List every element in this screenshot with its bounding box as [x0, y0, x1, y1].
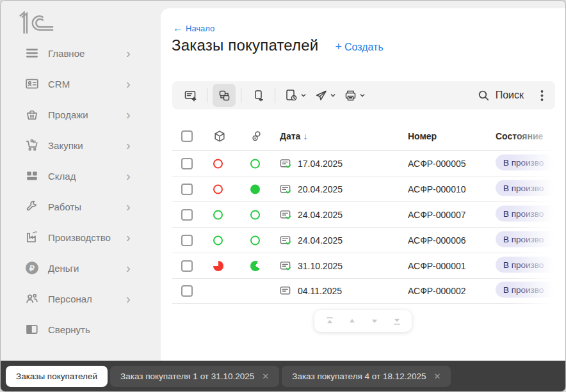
go-last-button[interactable] — [388, 313, 406, 329]
tab-orders-list[interactable]: Заказы покупателей — [6, 366, 108, 387]
sort-desc-icon: ↓ — [303, 131, 307, 141]
order-date: 31.10.2025 — [298, 261, 343, 271]
status-badge: В произво — [496, 205, 566, 221]
order-number: АСФР-000010 — [408, 184, 466, 194]
search-button[interactable]: Поиск — [478, 90, 524, 102]
status-badge: В произво — [496, 180, 566, 196]
column-header-number[interactable]: Номер — [408, 131, 437, 141]
go-down-button[interactable] — [366, 313, 384, 329]
search-icon — [478, 90, 490, 102]
status-badge: В произво — [496, 231, 566, 247]
sidebar-item-label: CRM — [48, 79, 70, 90]
create-based-on-button[interactable] — [213, 84, 236, 107]
document-posted-icon — [280, 260, 291, 272]
chevron-down-icon — [300, 92, 307, 98]
sidebar-item-label: Продажи — [48, 109, 88, 120]
sidebar-item-production[interactable]: Производство › — [1, 222, 161, 253]
payment-status-icon — [250, 235, 260, 245]
chevron-down-icon — [330, 92, 336, 98]
kebab-icon — [540, 90, 544, 102]
sidebar-item-works[interactable]: Работы › — [1, 191, 161, 222]
table-row[interactable]: 20.04.2025 АСФР-000010 В произво — [172, 176, 554, 201]
plus-icon: + — [335, 40, 342, 53]
send-dropdown[interactable] — [311, 84, 340, 107]
chevron-right-icon: › — [126, 47, 131, 59]
go-first-button[interactable] — [321, 313, 339, 329]
shipment-status-icon — [213, 210, 223, 219]
close-icon[interactable]: ✕ — [434, 372, 441, 381]
tab-order-1[interactable]: Заказ покупателя 1 от 31.10.2025 ✕ — [110, 366, 279, 387]
sidebar-item-label: Персонал — [48, 294, 92, 304]
sidebar-item-crm[interactable]: CRM › — [1, 68, 161, 99]
sidebar-item-personnel[interactable]: Персонал › — [1, 283, 161, 314]
go-up-button[interactable] — [343, 313, 361, 329]
sidebar-collapse-button[interactable]: Свернуть — [1, 314, 161, 345]
sidebar-item-purchases[interactable]: Закупки › — [1, 130, 161, 161]
row-checkbox[interactable] — [181, 158, 193, 169]
sidebar-menu: Главное › CRM › Продажи › — [1, 38, 161, 345]
order-number: АСФР-000007 — [408, 210, 466, 220]
sidebar-item-main[interactable]: Главное › — [1, 38, 161, 68]
app-window: Главное › CRM › Продажи › — [0, 0, 566, 392]
column-header-state[interactable]: Состояние — [496, 131, 543, 141]
column-header-date[interactable]: Дата↓ — [280, 131, 307, 141]
menu-icon — [24, 45, 40, 61]
table-row[interactable]: 31.10.2025 АСФР-000001 В произво — [172, 253, 554, 278]
close-icon[interactable]: ✕ — [262, 372, 269, 381]
toolbar-separator — [207, 88, 207, 103]
shipment-status-icon — [213, 235, 223, 245]
row-checkbox[interactable] — [181, 184, 193, 195]
content-panel: ←Начало Заказы покупателей +Создать — [161, 8, 565, 361]
sidebar-item-label: Деньги — [48, 263, 79, 274]
page-title: Заказы покупателей — [172, 36, 318, 54]
chevron-right-icon: › — [126, 262, 131, 274]
wrench-icon — [24, 199, 40, 214]
print-dropdown[interactable] — [340, 84, 369, 107]
sidebar-item-label: Работы — [48, 201, 81, 212]
order-date: 04.11.2025 — [298, 286, 342, 296]
document-posted-icon — [280, 235, 291, 246]
ruble-icon: ₽ — [24, 260, 40, 276]
row-checkbox[interactable] — [181, 260, 193, 272]
table-row[interactable]: 24.04.2025 АСФР-000007 В произво — [172, 201, 554, 227]
sidebar-item-money[interactable]: ₽ Деньги › — [1, 253, 161, 283]
cart-icon — [24, 137, 40, 153]
tab-label: Заказ покупателя 1 от 31.10.2025 — [120, 372, 254, 381]
order-date: 20.04.2025 — [298, 184, 343, 194]
table-row[interactable]: 04.11.2025 АСФР-000002 В произво — [172, 278, 554, 304]
payment-status-icon — [250, 159, 260, 168]
shipment-status-icon — [213, 159, 223, 168]
sidebar-item-warehouse[interactable]: Склад › — [1, 161, 161, 191]
order-date: 17.04.2025 — [298, 159, 343, 169]
payment-status-icon — [250, 261, 261, 271]
basket-icon — [24, 107, 40, 122]
payment-column-icon[interactable] — [250, 130, 263, 143]
more-menu-button[interactable] — [540, 90, 544, 102]
sidebar-item-label: Склад — [48, 171, 76, 182]
contact-card-icon — [24, 76, 40, 91]
select-all-checkbox[interactable] — [181, 130, 193, 142]
back-arrow-icon: ← — [173, 22, 182, 33]
breadcrumb[interactable]: ←Начало — [173, 22, 214, 33]
order-date: 24.04.2025 — [298, 235, 343, 246]
tab-label: Заказы покупателей — [16, 372, 97, 381]
add-document-button[interactable] — [179, 84, 202, 107]
row-checkbox[interactable] — [181, 209, 193, 221]
table-row[interactable]: 17.04.2025 АСФР-000005 В произво — [172, 150, 554, 176]
tab-order-4[interactable]: Заказ покупателя 4 от 18.12.2025 ✕ — [282, 366, 451, 387]
table-row[interactable]: 24.04.2025 АСФР-000006 В произво — [172, 227, 554, 253]
status-badge: В произво — [496, 154, 566, 170]
copy-button[interactable] — [247, 84, 270, 107]
sidebar-item-sales[interactable]: Продажи › — [1, 99, 161, 130]
document-posted-icon — [280, 209, 291, 221]
payment-status-icon — [250, 184, 260, 194]
documents-dropdown[interactable] — [280, 84, 311, 107]
row-checkbox[interactable] — [181, 235, 193, 246]
order-number: АСФР-000005 — [408, 159, 466, 169]
chevron-right-icon: › — [126, 292, 131, 305]
row-checkbox[interactable] — [181, 285, 193, 297]
shipment-column-icon[interactable] — [213, 130, 226, 143]
table-header: Дата↓ Номер Состояние — [172, 122, 554, 150]
sidebar: Главное › CRM › Продажи › — [1, 1, 161, 361]
create-button[interactable]: +Создать — [335, 40, 383, 54]
